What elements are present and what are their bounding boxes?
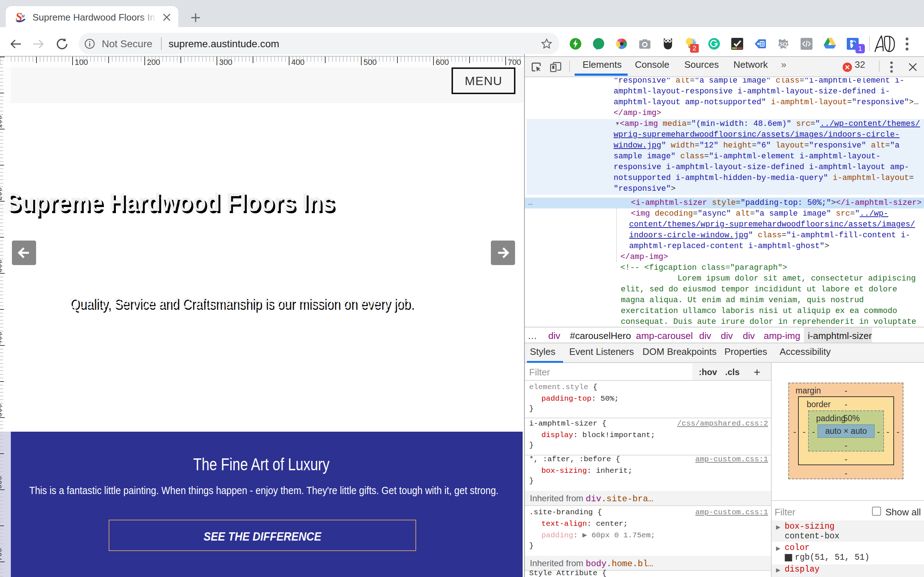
- svg-text:u: u: [22, 13, 24, 18]
- svg-text:SQ: SQ: [780, 41, 787, 47]
